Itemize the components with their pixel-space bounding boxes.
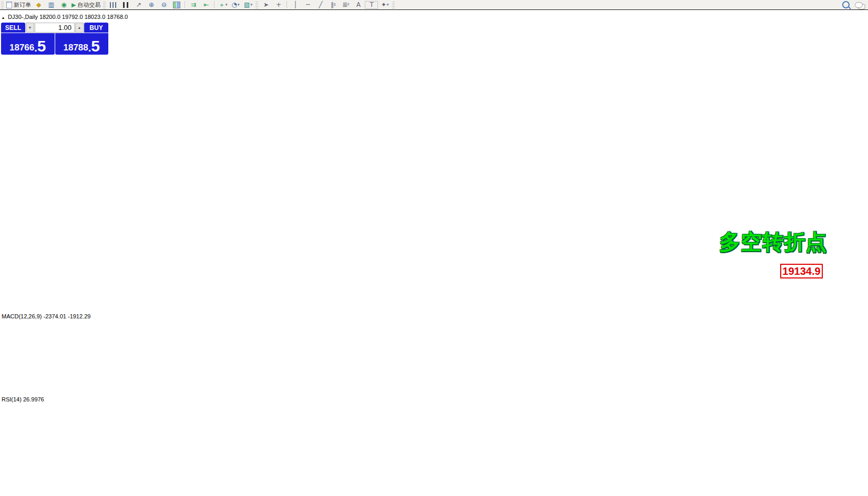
zoom-in-icon[interactable]: ⊕	[145, 1, 157, 9]
toolbar-grip[interactable]	[256, 1, 258, 8]
toolbar-separator	[185, 1, 185, 8]
vertical-line-icon[interactable]: │	[289, 1, 301, 9]
volume-increase-button[interactable]: ▲	[75, 23, 84, 33]
autotrading-button[interactable]: ▶ 自动交易	[70, 1, 101, 9]
indicators-button[interactable]: ＋▾	[217, 1, 229, 9]
toolbar-grip[interactable]	[392, 1, 395, 8]
chart-text-annotation[interactable]: 多空转折点	[719, 228, 827, 256]
candlestick-chart-icon[interactable]	[120, 1, 132, 9]
chat-icon[interactable]	[855, 2, 863, 8]
market-watch-icon[interactable]: ◆	[33, 1, 45, 9]
periods-button[interactable]: ◔▾	[229, 1, 241, 9]
ohlc-values: 18200.0 19792.0 18023.0 18768.0	[39, 14, 128, 20]
crosshair-icon[interactable]: +	[272, 1, 284, 9]
volume-input[interactable]: 1.00	[35, 23, 75, 33]
rsi-label: RSI(14) 26.9976	[2, 396, 44, 402]
tile-windows-icon[interactable]	[170, 1, 182, 9]
search-icon[interactable]	[842, 1, 850, 8]
bar-chart-icon[interactable]	[107, 1, 119, 9]
horizontal-line-icon[interactable]: ─	[302, 1, 314, 9]
one-click-collapse-icon[interactable]: ▴	[2, 15, 4, 20]
buy-price-button[interactable]: 18788 . 5	[55, 33, 109, 55]
sell-price-frac: 5	[37, 39, 46, 53]
templates-button[interactable]: ▧▾	[242, 1, 254, 9]
macd-label: MACD(12,26,9) -2374.01 -1912.29	[2, 313, 90, 319]
autotrading-icon: ▶	[72, 2, 76, 8]
auto-scroll-icon[interactable]: ⇉	[187, 1, 199, 9]
toolbar-grip[interactable]	[103, 1, 106, 8]
arrows-button[interactable]: ✦▾	[379, 1, 391, 9]
chart-shift-icon[interactable]: ⇤	[200, 1, 212, 9]
buy-price-frac: 5	[91, 39, 100, 53]
text-icon[interactable]: A	[352, 1, 364, 9]
new-order-icon	[6, 2, 12, 8]
toolbar-separator	[214, 1, 215, 8]
line-chart-icon[interactable]: ↗	[132, 1, 145, 9]
navigator-icon[interactable]: ◉	[58, 1, 70, 9]
symbol-title: ▴ DJ30-,Daily 18200.0 19792.0 18023.0 18…	[2, 14, 128, 20]
sell-button[interactable]: SELL	[1, 23, 25, 33]
new-order-button[interactable]: 新订单	[5, 1, 32, 9]
trendline-icon[interactable]: ╱	[314, 1, 326, 9]
text-label-icon[interactable]: T	[365, 1, 378, 9]
autotrading-label: 自动交易	[77, 1, 100, 9]
equidistant-channel-icon[interactable]: ∥E	[327, 1, 339, 9]
buy-price-main: 18788	[63, 43, 88, 53]
symbol-name: DJ30-,Daily	[8, 14, 38, 20]
zoom-out-icon[interactable]: ⊖	[158, 1, 170, 9]
volume-decrease-button[interactable]: ▼	[26, 23, 34, 33]
one-click-trading-panel: SELL ▼ 1.00 ▲ BUY 18766 . 5 18788 . 5	[1, 23, 108, 55]
buy-button[interactable]: BUY	[84, 23, 108, 33]
data-window-icon[interactable]: ▥	[45, 1, 57, 9]
toolbar-grip[interactable]	[1, 1, 4, 8]
toolbar-separator	[287, 1, 287, 8]
cursor-icon[interactable]: ➤	[260, 1, 272, 9]
sell-price-main: 18766	[9, 43, 34, 53]
fibonacci-icon[interactable]: ≣F	[340, 1, 352, 9]
new-order-label: 新订单	[14, 1, 31, 9]
price-callout-box[interactable]: 19134.9	[780, 264, 823, 278]
toolbar: 新订单 ◆ ▥ ◉ ▶ 自动交易 ↗ ⊕ ⊖ ⇉ ⇤ ＋▾ ◔▾ ▧▾ ➤ + …	[0, 0, 868, 10]
sell-price-button[interactable]: 18766 . 5	[1, 33, 55, 55]
